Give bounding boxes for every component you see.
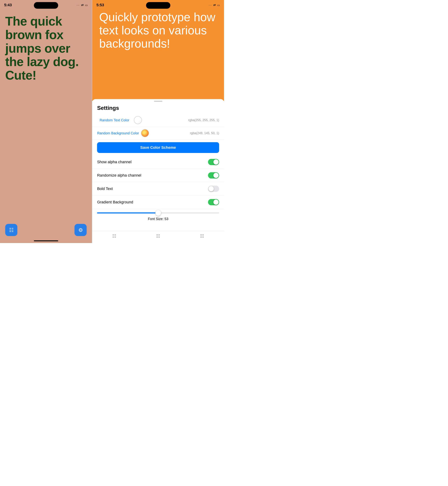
font-size-label: Font Size: 53 xyxy=(97,216,219,222)
bold-text-toggle[interactable] xyxy=(208,186,219,192)
tab-icon-1[interactable]: ☷ xyxy=(112,233,116,239)
sample-text-left: The quick brown fox jumps over the lazy … xyxy=(5,15,87,82)
signal-icon-left: ··· xyxy=(77,4,80,7)
random-bg-color-label[interactable]: Random Background Color xyxy=(97,131,139,135)
text-color-circle[interactable] xyxy=(134,116,142,124)
bg-color-circle[interactable] xyxy=(141,129,149,137)
save-color-scheme-button[interactable]: Save Color Scheme xyxy=(97,142,219,153)
gradient-bg-label: Gradient Background xyxy=(97,200,133,204)
bg-color-value: rgba(249, 145, 50, 1) xyxy=(190,132,219,135)
time-right: 5:53 xyxy=(96,3,104,7)
hero-text: Quickly prototype how text looks on vari… xyxy=(99,10,217,50)
bottom-toolbar-left: ☷ ⚙ xyxy=(0,224,92,243)
bold-text-row: Bold Text xyxy=(92,182,224,196)
show-alpha-row: Show alpha channel xyxy=(92,155,224,169)
gradient-bg-toggle[interactable] xyxy=(208,199,219,205)
font-size-slider-area[interactable]: Font Size: 53 xyxy=(92,209,224,223)
signal-icon-right: ··· xyxy=(209,4,212,7)
sheet-handle xyxy=(154,101,162,102)
time-left: 5:43 xyxy=(4,3,12,7)
list-icon: ☷ xyxy=(9,227,14,233)
bottom-tab-bar-right: ☷ ☷ ☷ xyxy=(92,231,224,243)
status-icons-right: ··· ⇌ ▭ xyxy=(209,3,220,7)
wifi-icon-right: ⇌ xyxy=(213,3,216,7)
main-content-left: The quick brown fox jumps over the lazy … xyxy=(0,9,92,224)
settings-button-left[interactable]: ⚙ xyxy=(74,224,87,236)
status-bar-right: 5:53 ··· ⇌ ▭ xyxy=(92,0,224,9)
show-alpha-toggle[interactable] xyxy=(208,159,219,165)
randomize-alpha-toggle[interactable] xyxy=(208,172,219,179)
text-color-value: rgba(255, 255, 255, 1) xyxy=(188,118,219,122)
randomize-alpha-knob xyxy=(213,173,219,178)
bold-text-knob xyxy=(208,186,214,191)
gear-icon: ⚙ xyxy=(78,227,83,233)
tab-icon-2[interactable]: ☷ xyxy=(156,233,160,239)
slider-thumb[interactable] xyxy=(155,210,161,216)
randomize-alpha-label: Randomize alpha channel xyxy=(97,173,141,178)
home-indicator-left xyxy=(34,240,58,241)
settings-title: Settings xyxy=(92,103,224,114)
show-alpha-label: Show alpha channel xyxy=(97,160,131,164)
bold-text-label: Bold Text xyxy=(97,187,113,191)
settings-sheet[interactable]: Settings Random Text Color rgba(255, 255… xyxy=(92,99,224,243)
right-phone-screen: 5:53 ··· ⇌ ▭ Quickly prototype how text … xyxy=(92,0,224,243)
status-icons-left: ··· ⇌ ▭ xyxy=(77,3,88,7)
battery-icon-right: ▭ xyxy=(217,3,220,7)
wifi-icon-left: ⇌ xyxy=(81,3,84,7)
randomize-alpha-row: Randomize alpha channel xyxy=(92,169,224,182)
slider-track[interactable] xyxy=(97,212,219,214)
tab-icon-3[interactable]: ☷ xyxy=(200,233,204,239)
gradient-bg-row: Gradient Background xyxy=(92,196,224,209)
slider-fill xyxy=(97,212,158,214)
gradient-bg-knob xyxy=(213,199,219,205)
status-bar-left: 5:43 ··· ⇌ ▭ xyxy=(0,0,92,9)
random-bg-color-row[interactable]: Random Background Color rgba(249, 145, 5… xyxy=(92,127,224,140)
left-phone-screen: 5:43 ··· ⇌ ▭ The quick brown fox jumps o… xyxy=(0,0,92,243)
list-button[interactable]: ☷ xyxy=(5,224,17,236)
hero-area: Quickly prototype how text looks on vari… xyxy=(92,0,224,101)
dynamic-island-right xyxy=(146,2,170,9)
show-alpha-knob xyxy=(213,159,219,165)
battery-icon-left: ▭ xyxy=(85,3,88,7)
dynamic-island-left xyxy=(34,2,58,9)
random-text-color-row[interactable]: Random Text Color rgba(255, 255, 255, 1) xyxy=(92,114,224,127)
random-text-color-label[interactable]: Random Text Color xyxy=(97,118,132,122)
